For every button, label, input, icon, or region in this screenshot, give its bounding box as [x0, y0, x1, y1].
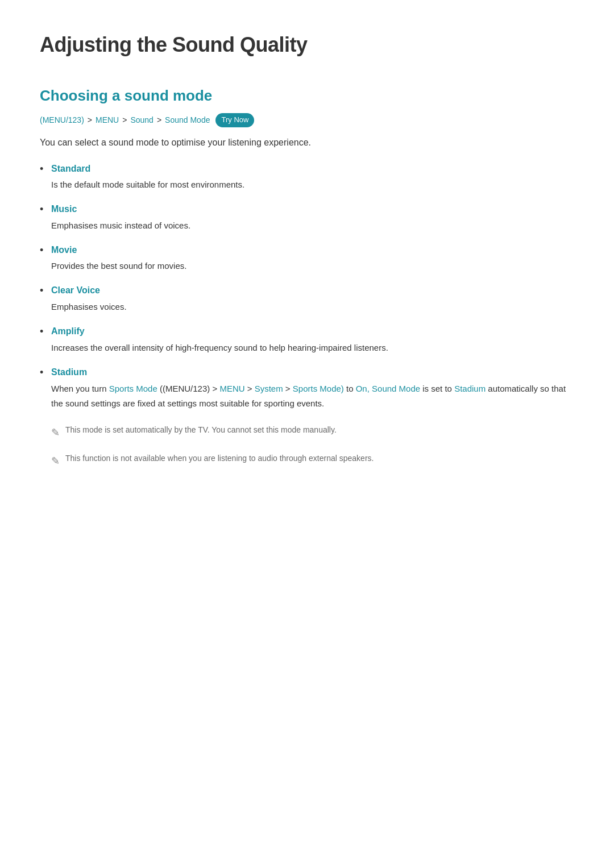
note-text: This function is not available when you … [65, 452, 374, 464]
breadcrumb: (MENU/123) > MENU > Sound > Sound Mode T… [40, 113, 574, 127]
try-now-badge[interactable]: Try Now [215, 113, 254, 127]
note-text: This mode is set automatically by the TV… [65, 424, 337, 436]
sound-item-desc: Provides the best sound for movies. [51, 259, 574, 273]
sound-list-item: StadiumWhen you turn Sports Mode ((MENU/… [40, 365, 574, 470]
breadcrumb-sep2: > [122, 114, 127, 126]
breadcrumb-sound: Sound [130, 114, 153, 126]
note-box: ✎This mode is set automatically by the T… [51, 424, 574, 441]
sound-item-desc: Emphasises music instead of voices. [51, 219, 574, 232]
breadcrumb-menu: MENU [96, 114, 119, 126]
note-icon: ✎ [51, 425, 60, 441]
breadcrumb-menu123: (MENU/123) [40, 114, 84, 126]
sound-item-desc: Is the default mode suitable for most en… [51, 178, 574, 192]
sound-item-desc: Emphasises voices. [51, 300, 574, 314]
sound-item-title: Standard [51, 161, 574, 176]
sound-item-title: Music [51, 202, 574, 217]
sound-list-item: StandardIs the default mode suitable for… [40, 161, 574, 192]
sound-list-item: Clear VoiceEmphasises voices. [40, 283, 574, 314]
breadcrumb-soundmode: Sound Mode [165, 114, 210, 126]
note-box: ✎This function is not available when you… [51, 452, 574, 470]
breadcrumb-sep1: > [88, 114, 92, 126]
sound-item-title: Stadium [51, 365, 574, 380]
notes-container: ✎This mode is set automatically by the T… [51, 418, 574, 470]
sound-list-item: AmplifyIncreases the overall intensity o… [40, 324, 574, 355]
breadcrumb-sep3: > [157, 114, 161, 126]
sound-item-desc: Increases the overall intensity of high-… [51, 341, 574, 355]
intro-text: You can select a sound mode to optimise … [40, 135, 574, 150]
note-icon: ✎ [51, 453, 60, 470]
sound-mode-list: StandardIs the default mode suitable for… [40, 161, 574, 470]
sound-list-item: MusicEmphasises music instead of voices. [40, 202, 574, 232]
sound-list-item: MovieProvides the best sound for movies. [40, 243, 574, 273]
section-title: Choosing a sound mode [40, 84, 574, 108]
sound-item-title: Movie [51, 243, 574, 258]
sound-item-title: Amplify [51, 324, 574, 339]
sound-item-title: Clear Voice [51, 283, 574, 298]
page-title: Adjusting the Sound Quality [40, 28, 574, 61]
stadium-desc: When you turn Sports Mode ((MENU/123) > … [51, 381, 574, 410]
